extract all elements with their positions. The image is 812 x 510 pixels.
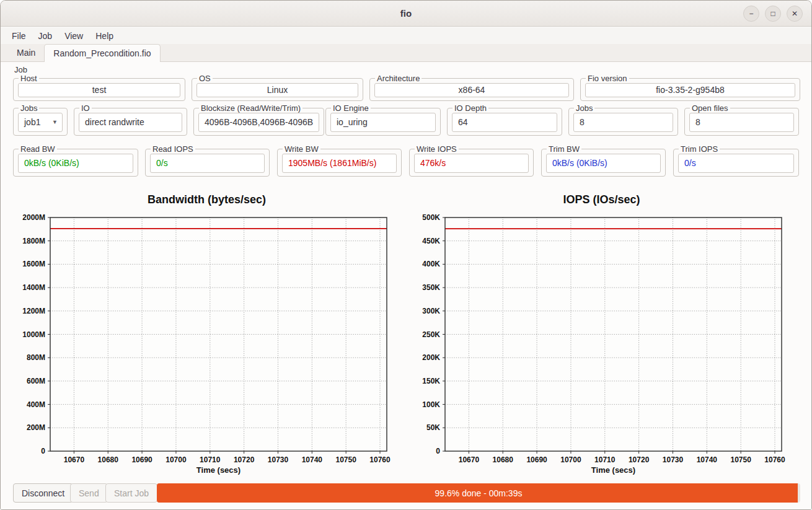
write-bw-value[interactable]: 1905MB/s (1861MiB/s) [282, 154, 397, 173]
start-job-button[interactable]: Start Job [105, 483, 157, 503]
bandwidth-chart-title: Bandwidth (bytes/sec) [13, 193, 400, 206]
field-trim-bw: Trim BW 0kB/s (0KiB/s) [541, 144, 666, 177]
field-read-bw: Read BW 0kB/s (0KiB/s) [13, 144, 138, 177]
window-title: fio [400, 8, 412, 19]
minimize-icon[interactable]: − [743, 6, 759, 22]
tab-bar: Main Random_Precondition.fio [1, 44, 811, 62]
field-os-label: OS [197, 74, 213, 83]
field-trim-bw-label: Trim BW [547, 144, 581, 154]
field-io-engine-label: IO Engine [331, 103, 371, 113]
write-iops-value[interactable]: 476k/s [414, 154, 529, 173]
field-io-depth-label: IO Depth [452, 103, 488, 113]
tab-random-precondition[interactable]: Random_Precondition.fio [44, 44, 160, 62]
field-io-label: IO [79, 103, 92, 113]
field-open-files: Open files 8 [684, 103, 799, 136]
menu-file[interactable]: File [6, 29, 32, 43]
read-bw-value[interactable]: 0kB/s (0KiB/s) [18, 154, 133, 173]
chevron-down-icon: ▼ [52, 113, 58, 131]
field-trim-iops: Trim IOPS 0/s [673, 144, 799, 177]
field-fio-version: Fio version fio-3.35-2-g954b8 [580, 74, 800, 101]
field-num-jobs: Jobs 8 [568, 103, 678, 136]
field-architecture: Architecture x86-64 [369, 74, 574, 101]
field-os: OS Linux [192, 74, 363, 101]
field-read-iops: Read IOPS 0/s [145, 144, 270, 177]
field-num-jobs-label: Jobs [574, 103, 594, 113]
field-jobs-combo: Jobs job1 ▼ [13, 103, 68, 136]
fio-version-value[interactable]: fio-3.35-2-g954b8 [585, 83, 795, 97]
job-frame-label: Job [14, 65, 27, 74]
progress-text: 99.6% done - 00m:39s [157, 483, 800, 503]
field-trim-iops-label: Trim IOPS [679, 144, 720, 154]
maximize-icon[interactable]: □ [765, 6, 781, 22]
io-engine-value[interactable]: io_uring [330, 113, 436, 132]
trim-iops-value[interactable]: 0/s [678, 154, 794, 173]
field-read-bw-label: Read BW [19, 144, 57, 154]
field-fio-version-label: Fio version [586, 74, 629, 83]
os-value[interactable]: Linux [196, 83, 358, 97]
field-write-iops-label: Write IOPS [415, 144, 459, 154]
field-blocksize: Blocksize (Read/Write/Trim) 4096B-4096B,… [193, 103, 324, 136]
field-io-depth: IO Depth 64 [447, 103, 562, 136]
titlebar: fio − □ ✕ [1, 1, 811, 27]
field-write-iops: Write IOPS 476k/s [409, 144, 534, 177]
field-write-bw: Write BW 1905MB/s (1861MiB/s) [277, 144, 402, 177]
field-io: IO direct randwrite [74, 103, 187, 136]
window-controls: − □ ✕ [743, 6, 803, 22]
blocksize-value[interactable]: 4096B-4096B,4096B-4096B [198, 113, 319, 132]
architecture-value[interactable]: x86-64 [374, 83, 569, 97]
field-read-iops-label: Read IOPS [151, 144, 195, 154]
field-write-bw-label: Write BW [283, 144, 320, 154]
menu-help[interactable]: Help [89, 29, 120, 43]
iops-chart-title: IOPS (IOs/sec) [408, 193, 795, 206]
io-depth-value[interactable]: 64 [452, 113, 557, 132]
field-io-engine: IO Engine io_uring [325, 103, 441, 136]
jobs-combobox-value: job1 [24, 113, 40, 131]
field-open-files-label: Open files [690, 103, 730, 113]
menu-view[interactable]: View [58, 29, 89, 43]
field-host-label: Host [19, 74, 39, 83]
host-value[interactable]: test [18, 83, 180, 97]
send-button[interactable]: Send [70, 483, 108, 503]
open-files-value[interactable]: 8 [689, 113, 794, 132]
trim-bw-value[interactable]: 0kB/s (0KiB/s) [546, 154, 661, 173]
menu-job[interactable]: Job [32, 29, 59, 43]
field-blocksize-label: Blocksize (Read/Write/Trim) [199, 103, 302, 113]
menubar: File Job View Help [1, 27, 811, 44]
progress-bar: 99.6% done - 00m:39s [157, 483, 800, 503]
num-jobs-value[interactable]: 8 [573, 113, 673, 132]
close-icon[interactable]: ✕ [787, 6, 803, 22]
read-iops-value[interactable]: 0/s [150, 154, 265, 173]
field-architecture-label: Architecture [375, 74, 421, 83]
field-host: Host test [13, 74, 185, 101]
disconnect-button[interactable]: Disconnect [13, 483, 73, 503]
jobs-combobox[interactable]: job1 ▼ [18, 113, 63, 132]
io-value[interactable]: direct randwrite [79, 113, 182, 132]
tab-main[interactable]: Main [8, 44, 44, 61]
app-window: fio − □ ✕ File Job View Help Main Random… [0, 0, 812, 510]
field-jobs-combo-label: Jobs [19, 103, 39, 113]
